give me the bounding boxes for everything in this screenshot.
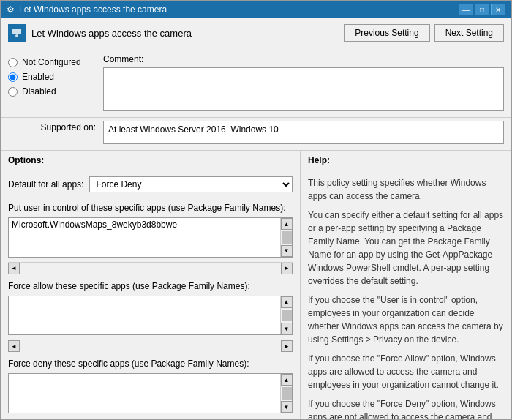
- title-bar-title: Let Windows apps access the camera: [19, 4, 167, 15]
- title-bar: ⚙ Let Windows apps access the camera — □…: [1, 1, 511, 18]
- force-deny-scroll-up[interactable]: ▲: [281, 374, 293, 386]
- default-apps-select[interactable]: User is in control Force Allow Force Den…: [89, 176, 293, 192]
- options-content: Default for all apps: User is in control…: [1, 170, 300, 419]
- header-buttons: Previous Setting Next Setting: [344, 24, 504, 42]
- radio-not-configured-label: Not Configured: [22, 57, 81, 67]
- force-allow-textarea[interactable]: [9, 296, 280, 335]
- fa-h-scroll-left[interactable]: ◄: [8, 340, 20, 352]
- force-allow-hscroll: ◄ ►: [8, 340, 293, 351]
- help-p2: You can specify either a default setting…: [308, 209, 504, 288]
- force-deny-label: Force deny these specific apps (use Pack…: [8, 359, 293, 369]
- options-header: Options:: [1, 151, 300, 170]
- put-user-hscroll: ◄ ►: [8, 262, 293, 274]
- comment-label: Comment:: [103, 54, 504, 64]
- force-allow-scroll-down[interactable]: ▼: [281, 323, 293, 334]
- put-user-textarea[interactable]: Microsoft.WindowsMaps_8wekyb3d8bbwe: [9, 218, 280, 257]
- help-p4: If you choose the "Force Allow" option, …: [308, 352, 504, 391]
- radio-disabled-input[interactable]: [8, 87, 18, 97]
- radio-group: Not Configured Enabled Disabled: [8, 54, 96, 111]
- comment-textarea[interactable]: [103, 67, 504, 111]
- radio-not-configured-input[interactable]: [8, 58, 18, 67]
- force-deny-scroll-down[interactable]: ▼: [281, 401, 293, 413]
- title-bar-icon: ⚙: [7, 4, 15, 15]
- supported-label: Supported on:: [8, 121, 96, 132]
- help-header: Help:: [301, 151, 511, 170]
- fa-h-scroll-track: [20, 340, 281, 351]
- header-left: Let Windows apps access the camera: [8, 24, 192, 42]
- force-deny-textarea[interactable]: [9, 374, 280, 413]
- supported-value: At least Windows Server 2016, Windows 10: [103, 121, 504, 144]
- scroll-up-arrow[interactable]: ▲: [281, 218, 293, 230]
- force-allow-label: Force allow these specific apps (use Pac…: [8, 281, 293, 291]
- help-p1: This policy setting specifies whether Wi…: [308, 176, 504, 203]
- radio-disabled[interactable]: Disabled: [8, 86, 96, 97]
- default-apps-label: Default for all apps:: [8, 179, 83, 190]
- options-panel: Options: Default for all apps: User is i…: [1, 151, 301, 419]
- help-p3: If you choose the "User is in control" o…: [308, 293, 504, 346]
- force-allow-textarea-container: ▲ ▼: [8, 296, 293, 336]
- force-deny-scrollbar: ▲ ▼: [280, 374, 292, 413]
- radio-enabled-label: Enabled: [22, 72, 54, 82]
- radio-enabled-input[interactable]: [8, 72, 18, 82]
- radio-not-configured[interactable]: Not Configured: [8, 57, 96, 67]
- default-apps-row: Default for all apps: User is in control…: [8, 176, 293, 192]
- force-allow-scrollbar: ▲ ▼: [280, 296, 292, 335]
- h-scroll-track: [20, 263, 281, 274]
- put-user-scrollbar: ▲ ▼: [280, 218, 292, 257]
- put-user-label: Put user in control of these specific ap…: [8, 203, 293, 213]
- put-user-textarea-container: Microsoft.WindowsMaps_8wekyb3d8bbwe ▲ ▼: [8, 217, 293, 258]
- svg-rect-1: [12, 29, 21, 34]
- previous-setting-button[interactable]: Previous Setting: [344, 24, 429, 42]
- help-p5: If you choose the "Force Deny" option, W…: [308, 397, 504, 419]
- minimize-button[interactable]: —: [459, 4, 473, 15]
- svg-point-2: [15, 34, 18, 37]
- radio-enabled[interactable]: Enabled: [8, 72, 96, 82]
- force-deny-thumb[interactable]: [282, 387, 292, 400]
- scroll-down-arrow[interactable]: ▼: [281, 245, 293, 257]
- next-setting-button[interactable]: Next Setting: [434, 24, 504, 42]
- scroll-thumb[interactable]: [282, 231, 292, 244]
- h-scroll-right[interactable]: ►: [281, 263, 293, 274]
- bottom-section: Options: Default for all apps: User is i…: [1, 151, 511, 419]
- force-allow-scroll-up[interactable]: ▲: [281, 296, 293, 308]
- h-scroll-left[interactable]: ◄: [8, 263, 20, 274]
- top-section: Not Configured Enabled Disabled Comment:: [1, 48, 511, 118]
- supported-row: Supported on: At least Windows Server 20…: [1, 118, 511, 151]
- policy-icon: [8, 24, 26, 42]
- force-allow-thumb[interactable]: [282, 310, 292, 322]
- help-content: This policy setting specifies whether Wi…: [301, 170, 511, 419]
- force-deny-textarea-container: ▲ ▼: [8, 373, 293, 413]
- title-bar-controls: — □ ✕: [459, 4, 505, 15]
- close-button[interactable]: ✕: [491, 4, 505, 15]
- header-row: Let Windows apps access the camera Previ…: [1, 18, 511, 48]
- help-panel: Help: This policy setting specifies whet…: [301, 151, 511, 419]
- main-content: Not Configured Enabled Disabled Comment:…: [1, 48, 511, 419]
- radio-disabled-label: Disabled: [22, 86, 56, 97]
- maximize-button[interactable]: □: [475, 4, 489, 15]
- comment-section: Comment:: [103, 54, 504, 111]
- header-title: Let Windows apps access the camera: [31, 28, 192, 39]
- fa-h-scroll-right[interactable]: ►: [281, 340, 293, 352]
